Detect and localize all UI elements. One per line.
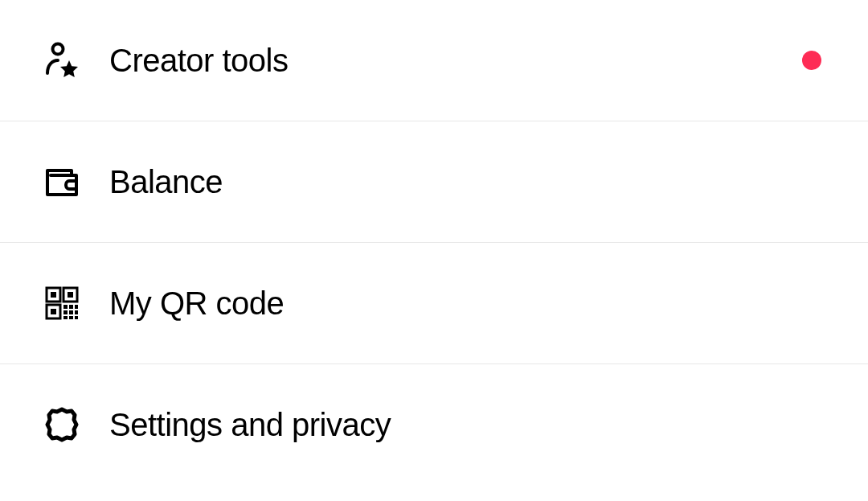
svg-rect-8	[69, 305, 73, 309]
menu-item-qr-code[interactable]: My QR code	[0, 243, 868, 364]
svg-rect-12	[63, 316, 68, 319]
menu-item-settings-privacy[interactable]: Settings and privacy	[0, 364, 868, 485]
settings-icon	[40, 403, 84, 446]
svg-rect-4	[68, 292, 73, 298]
svg-rect-6	[51, 309, 56, 314]
menu-item-balance[interactable]: Balance	[0, 121, 868, 243]
wallet-icon	[40, 160, 84, 203]
menu-label: Balance	[109, 164, 828, 200]
svg-point-0	[53, 44, 63, 55]
svg-rect-11	[69, 310, 73, 314]
svg-rect-9	[75, 305, 78, 309]
svg-rect-13	[75, 316, 78, 319]
menu-label: Creator tools	[109, 43, 802, 79]
svg-rect-2	[51, 292, 56, 298]
settings-menu: Creator tools Balance	[0, 0, 868, 485]
svg-rect-15	[75, 310, 78, 314]
creator-tools-icon	[40, 39, 84, 82]
menu-label: My QR code	[109, 285, 828, 322]
qr-code-icon	[40, 281, 84, 325]
menu-item-creator-tools[interactable]: Creator tools	[0, 0, 868, 121]
menu-label: Settings and privacy	[109, 407, 828, 443]
notification-dot	[802, 51, 821, 70]
svg-rect-10	[63, 310, 68, 314]
svg-rect-7	[63, 305, 68, 309]
svg-rect-14	[69, 316, 73, 319]
